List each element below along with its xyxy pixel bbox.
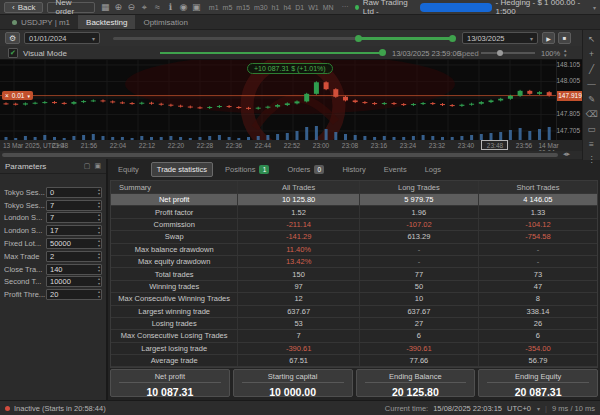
playback-progress-handle[interactable] [379, 49, 386, 56]
stats-row[interactable]: Winning trades975047 [111, 281, 597, 293]
stats-row[interactable]: Max balance drawdown11.40%-- [111, 244, 597, 256]
eraser-icon[interactable]: ⌫ [585, 109, 597, 119]
timeframe-h4[interactable]: h4 [281, 4, 293, 11]
parameter-input[interactable]: 2▴▾ [46, 251, 102, 262]
more-icon[interactable]: ⋮ [587, 154, 596, 164]
pencil-icon[interactable]: ✎ [588, 94, 595, 104]
stop-button[interactable]: ■ [558, 32, 571, 44]
parameter-stepper[interactable]: ▴▾ [98, 213, 100, 222]
stats-row[interactable]: Commission-211.14-107.02-104.12 [111, 219, 597, 231]
stats-cell: -390.61 [237, 343, 359, 354]
play-button[interactable]: ▶ [542, 32, 555, 44]
tab-instrument[interactable]: USDJPY | m1 [4, 15, 78, 29]
stats-row[interactable]: Max Consecutive Winning Trades12108 [111, 293, 597, 305]
parameter-stepper[interactable]: ▴▾ [98, 239, 100, 248]
tab-orders[interactable]: Orders0 [281, 162, 330, 177]
stats-row[interactable]: Losing trades532726 [111, 318, 597, 330]
price-chart[interactable]: +10 087.31 $ (+1.01%) × 0.01 ▾ [0, 60, 556, 140]
tab-logs[interactable]: Logs [419, 162, 447, 177]
tab-trade-statistics[interactable]: Trade statistics [151, 162, 213, 177]
parameter-stepper[interactable]: ▴▾ [98, 188, 100, 197]
parameter-stepper[interactable]: ▴▾ [98, 252, 100, 261]
timeframe-m15[interactable]: m15 [234, 4, 252, 11]
range-end-handle[interactable] [449, 35, 456, 42]
new-order-button[interactable]: New order [47, 2, 94, 13]
zoom-out-icon[interactable]: ⊖ [125, 2, 138, 12]
horizontal-ray-icon[interactable]: — [587, 79, 596, 89]
timeframe-m1[interactable]: m1 [207, 4, 221, 11]
position-close-icon[interactable]: × [5, 92, 9, 99]
chart-scrollbar[interactable]: ◂▸ [0, 151, 582, 159]
account-info[interactable]: Raw Trading Ltd - - Hedging - $ 1 000.00… [355, 0, 596, 16]
timeframe-m5[interactable]: m5 [221, 4, 235, 11]
stats-row[interactable]: Swap-141.29613.29-754.58 [111, 231, 597, 243]
time-axis[interactable]: 13 Mar 2025, UTC+0 21:4821:5622:0422:122… [0, 140, 582, 151]
tab-positions[interactable]: Positions1 [219, 162, 275, 177]
tab-backtesting[interactable]: Backtesting [78, 15, 135, 29]
timezone-select[interactable]: UTC+0 ▾ [507, 404, 540, 413]
parameter-input[interactable]: 7▴▾ [46, 200, 102, 211]
panel-icon[interactable]: ▣ [94, 162, 101, 170]
settings-button[interactable]: ⚙ [5, 32, 20, 44]
price-tick: 147.805 [557, 110, 581, 117]
overflow-icon[interactable]: ⋯ [340, 3, 351, 11]
timeframe-h1[interactable]: h1 [270, 4, 282, 11]
parameter-stepper[interactable]: ▴▾ [98, 226, 100, 235]
parameter-input[interactable]: 17▴▾ [46, 225, 102, 236]
shapes-icon[interactable]: ▭ [587, 124, 595, 134]
tab-history[interactable]: History [336, 162, 371, 177]
timeframe-D1[interactable]: D1 [293, 4, 306, 11]
objects-list-icon[interactable]: ≡ [589, 139, 594, 149]
crosshair-tool-icon[interactable]: + [589, 49, 594, 59]
tab-optimisation[interactable]: Optimisation [135, 15, 195, 29]
stats-cell: 6 [359, 330, 478, 341]
price-axis[interactable]: 147.919 148.105148.005147.805147.705 [556, 60, 582, 140]
parameter-input[interactable]: 20▴▾ [46, 289, 102, 300]
stats-cell: 8 [478, 293, 597, 304]
parameter-input[interactable]: 0▴▾ [46, 187, 102, 198]
timeframe-MN[interactable]: MN [321, 4, 336, 11]
tab-events[interactable]: Events [378, 162, 413, 177]
playback-progress[interactable] [160, 52, 382, 54]
stats-row[interactable]: Largest losing trade-390.61-390.61-354.0… [111, 343, 597, 355]
tab-bar: USDJPY | m1 Backtesting Optimisation [0, 15, 600, 30]
stats-row[interactable]: Largest winning trade637.67637.67338.14 [111, 306, 597, 318]
speed-slider[interactable] [481, 52, 535, 54]
visual-mode-checkbox[interactable]: ✔ [8, 48, 18, 58]
tab-equity[interactable]: Equity [112, 162, 145, 177]
back-button[interactable]: ‹ Back [4, 2, 43, 13]
trendline-icon[interactable]: ╱ [589, 64, 594, 74]
parameter-input[interactable]: 140▴▾ [46, 264, 102, 275]
parameter-stepper[interactable]: ▴▾ [98, 201, 100, 210]
stats-row[interactable]: Average trade67.5177.6656.79 [111, 355, 597, 367]
parameter-stepper[interactable]: ▴▾ [98, 277, 100, 286]
timeframe-W1[interactable]: W1 [306, 4, 321, 11]
parameter-input[interactable]: 10000▴▾ [46, 276, 102, 287]
zoom-in-icon[interactable]: ⊕ [112, 2, 125, 12]
parameter-stepper[interactable]: ▴▾ [98, 265, 100, 274]
end-date-select[interactable]: 13/03/2025▾ [462, 32, 538, 44]
scroll-arrows[interactable]: ◂▸ [563, 150, 570, 158]
crosshair-icon[interactable]: ⌖ [138, 2, 151, 13]
parameter-input[interactable]: 7▴▾ [46, 212, 102, 223]
info-icon[interactable]: ℹ [164, 2, 177, 12]
indicators-icon[interactable]: ≈ [151, 2, 164, 12]
start-date-select[interactable]: 01/01/2024▾ [24, 32, 100, 44]
timeframe-m30[interactable]: m30 [252, 4, 270, 11]
position-marker[interactable]: × 0.01 ▾ [2, 91, 33, 100]
speed-slider-handle[interactable] [497, 50, 503, 56]
stats-row[interactable]: Max Consecutive Losing Trades766 [111, 330, 597, 342]
parameter-stepper[interactable]: ▴▾ [98, 290, 100, 299]
stats-row[interactable]: Max equity drawdown13.42%-- [111, 256, 597, 268]
stats-row[interactable]: Total trades1507773 [111, 268, 597, 280]
stats-row[interactable]: Net profit10 125.805 979.754 146.05 [111, 194, 597, 206]
snapshot-icon[interactable]: ▣ [190, 2, 203, 12]
stats-row[interactable]: Profit factor1.521.961.33 [111, 206, 597, 218]
range-start-handle[interactable] [355, 35, 362, 42]
watchlist-icon[interactable]: ◉ [177, 2, 190, 12]
popout-icon[interactable]: ▢ [84, 162, 91, 170]
parameter-input[interactable]: 50000▴▾ [46, 238, 102, 249]
cursor-icon[interactable]: ↖ [588, 34, 595, 44]
chart-scrollbar-thumb[interactable] [2, 153, 558, 157]
chart-layout-icon[interactable]: ▦ [99, 2, 112, 12]
